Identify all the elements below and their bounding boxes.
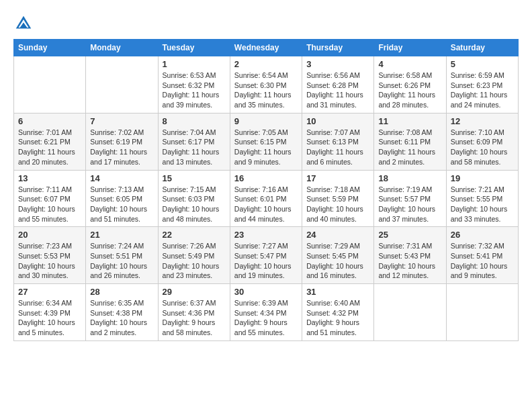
day-number: 18 [378, 173, 441, 183]
day-number: 13 [18, 173, 81, 183]
day-info: Sunrise: 7:10 AM Sunset: 6:09 PM Dayligh… [451, 128, 514, 167]
weekday-header-wednesday: Wednesday [230, 40, 302, 56]
day-number: 28 [90, 287, 153, 297]
day-info: Sunrise: 7:21 AM Sunset: 5:55 PM Dayligh… [451, 185, 514, 224]
day-number: 30 [234, 287, 298, 297]
calendar-cell [14, 56, 86, 113]
calendar-cell: 7Sunrise: 7:02 AM Sunset: 6:19 PM Daylig… [86, 113, 158, 170]
calendar-cell: 5Sunrise: 6:59 AM Sunset: 6:23 PM Daylig… [446, 56, 518, 113]
day-number: 15 [163, 173, 226, 183]
logo [13, 13, 36, 34]
day-info: Sunrise: 6:40 AM Sunset: 4:32 PM Dayligh… [306, 298, 369, 338]
day-number: 10 [306, 116, 369, 126]
calendar-cell: 31Sunrise: 6:40 AM Sunset: 4:32 PM Dayli… [302, 284, 374, 341]
day-info: Sunrise: 7:13 AM Sunset: 6:05 PM Dayligh… [90, 185, 153, 224]
day-number: 8 [163, 116, 226, 126]
day-number: 12 [451, 116, 514, 126]
calendar-cell: 3Sunrise: 6:56 AM Sunset: 6:28 PM Daylig… [302, 56, 374, 113]
calendar-week-3: 13Sunrise: 7:11 AM Sunset: 6:07 PM Dayli… [14, 170, 519, 227]
day-info: Sunrise: 7:01 AM Sunset: 6:21 PM Dayligh… [18, 128, 81, 167]
weekday-header-monday: Monday [86, 40, 158, 56]
calendar: SundayMondayTuesdayWednesdayThursdayFrid… [13, 39, 519, 341]
day-info: Sunrise: 7:04 AM Sunset: 6:17 PM Dayligh… [163, 128, 226, 167]
calendar-week-4: 20Sunrise: 7:23 AM Sunset: 5:53 PM Dayli… [14, 227, 519, 284]
day-info: Sunrise: 7:23 AM Sunset: 5:53 PM Dayligh… [18, 241, 81, 281]
day-info: Sunrise: 6:59 AM Sunset: 6:23 PM Dayligh… [451, 71, 514, 110]
weekday-header-sunday: Sunday [14, 40, 86, 56]
day-number: 29 [163, 287, 226, 297]
calendar-cell: 10Sunrise: 7:07 AM Sunset: 6:13 PM Dayli… [302, 113, 374, 170]
calendar-cell: 13Sunrise: 7:11 AM Sunset: 6:07 PM Dayli… [14, 170, 86, 227]
calendar-cell: 11Sunrise: 7:08 AM Sunset: 6:11 PM Dayli… [374, 113, 446, 170]
day-info: Sunrise: 7:15 AM Sunset: 6:03 PM Dayligh… [163, 185, 226, 224]
day-info: Sunrise: 7:32 AM Sunset: 5:41 PM Dayligh… [451, 241, 514, 281]
day-number: 17 [306, 173, 369, 183]
day-number: 5 [451, 59, 514, 69]
day-number: 23 [234, 230, 298, 240]
calendar-cell: 15Sunrise: 7:15 AM Sunset: 6:03 PM Dayli… [158, 170, 230, 227]
day-number: 6 [18, 116, 81, 126]
weekday-header-saturday: Saturday [446, 40, 518, 56]
day-info: Sunrise: 7:02 AM Sunset: 6:19 PM Dayligh… [90, 128, 153, 167]
day-number: 14 [90, 173, 153, 183]
day-number: 4 [378, 59, 441, 69]
day-info: Sunrise: 7:05 AM Sunset: 6:15 PM Dayligh… [234, 128, 298, 167]
day-number: 19 [451, 173, 514, 183]
day-number: 11 [378, 116, 441, 126]
weekday-header-tuesday: Tuesday [158, 40, 230, 56]
calendar-week-2: 6Sunrise: 7:01 AM Sunset: 6:21 PM Daylig… [14, 113, 519, 170]
calendar-cell: 6Sunrise: 7:01 AM Sunset: 6:21 PM Daylig… [14, 113, 86, 170]
day-number: 20 [18, 230, 81, 240]
day-number: 26 [451, 230, 514, 240]
day-info: Sunrise: 6:34 AM Sunset: 4:39 PM Dayligh… [18, 298, 81, 338]
weekday-header-friday: Friday [374, 40, 446, 56]
calendar-cell: 4Sunrise: 6:58 AM Sunset: 6:26 PM Daylig… [374, 56, 446, 113]
calendar-cell [86, 56, 158, 113]
calendar-cell: 16Sunrise: 7:16 AM Sunset: 6:01 PM Dayli… [230, 170, 302, 227]
calendar-cell: 21Sunrise: 7:24 AM Sunset: 5:51 PM Dayli… [86, 227, 158, 284]
day-number: 3 [306, 59, 369, 69]
calendar-cell: 22Sunrise: 7:26 AM Sunset: 5:49 PM Dayli… [158, 227, 230, 284]
day-number: 1 [163, 59, 226, 69]
calendar-header: SundayMondayTuesdayWednesdayThursdayFrid… [14, 40, 519, 56]
day-number: 2 [234, 59, 298, 69]
calendar-cell: 18Sunrise: 7:19 AM Sunset: 5:57 PM Dayli… [374, 170, 446, 227]
calendar-cell: 9Sunrise: 7:05 AM Sunset: 6:15 PM Daylig… [230, 113, 302, 170]
day-number: 31 [306, 287, 369, 297]
calendar-cell: 2Sunrise: 6:54 AM Sunset: 6:30 PM Daylig… [230, 56, 302, 113]
calendar-cell: 24Sunrise: 7:29 AM Sunset: 5:45 PM Dayli… [302, 227, 374, 284]
calendar-cell: 23Sunrise: 7:27 AM Sunset: 5:47 PM Dayli… [230, 227, 302, 284]
day-info: Sunrise: 6:35 AM Sunset: 4:38 PM Dayligh… [90, 298, 153, 338]
calendar-cell: 8Sunrise: 7:04 AM Sunset: 6:17 PM Daylig… [158, 113, 230, 170]
day-number: 21 [90, 230, 153, 240]
day-number: 25 [378, 230, 441, 240]
calendar-cell: 1Sunrise: 6:53 AM Sunset: 6:32 PM Daylig… [158, 56, 230, 113]
calendar-cell: 19Sunrise: 7:21 AM Sunset: 5:55 PM Dayli… [446, 170, 518, 227]
day-info: Sunrise: 7:26 AM Sunset: 5:49 PM Dayligh… [163, 241, 226, 281]
calendar-cell: 29Sunrise: 6:37 AM Sunset: 4:36 PM Dayli… [158, 284, 230, 341]
day-info: Sunrise: 7:29 AM Sunset: 5:45 PM Dayligh… [306, 241, 369, 281]
logo-icon [13, 13, 34, 34]
calendar-cell [374, 284, 446, 341]
day-info: Sunrise: 7:16 AM Sunset: 6:01 PM Dayligh… [234, 185, 298, 224]
calendar-cell: 14Sunrise: 7:13 AM Sunset: 6:05 PM Dayli… [86, 170, 158, 227]
day-info: Sunrise: 7:18 AM Sunset: 5:59 PM Dayligh… [306, 185, 369, 224]
calendar-cell: 20Sunrise: 7:23 AM Sunset: 5:53 PM Dayli… [14, 227, 86, 284]
day-number: 7 [90, 116, 153, 126]
day-info: Sunrise: 7:11 AM Sunset: 6:07 PM Dayligh… [18, 185, 81, 224]
day-info: Sunrise: 7:31 AM Sunset: 5:43 PM Dayligh… [378, 241, 441, 281]
calendar-cell: 30Sunrise: 6:39 AM Sunset: 4:34 PM Dayli… [230, 284, 302, 341]
day-number: 27 [18, 287, 81, 297]
day-info: Sunrise: 7:08 AM Sunset: 6:11 PM Dayligh… [378, 128, 441, 167]
calendar-cell: 26Sunrise: 7:32 AM Sunset: 5:41 PM Dayli… [446, 227, 518, 284]
day-info: Sunrise: 7:07 AM Sunset: 6:13 PM Dayligh… [306, 128, 369, 167]
calendar-week-5: 27Sunrise: 6:34 AM Sunset: 4:39 PM Dayli… [14, 284, 519, 341]
calendar-cell: 17Sunrise: 7:18 AM Sunset: 5:59 PM Dayli… [302, 170, 374, 227]
day-info: Sunrise: 6:37 AM Sunset: 4:36 PM Dayligh… [163, 298, 226, 338]
calendar-cell: 12Sunrise: 7:10 AM Sunset: 6:09 PM Dayli… [446, 113, 518, 170]
day-info: Sunrise: 6:53 AM Sunset: 6:32 PM Dayligh… [163, 71, 226, 110]
day-number: 24 [306, 230, 369, 240]
day-number: 9 [234, 116, 298, 126]
day-number: 16 [234, 173, 298, 183]
day-info: Sunrise: 7:19 AM Sunset: 5:57 PM Dayligh… [378, 185, 441, 224]
